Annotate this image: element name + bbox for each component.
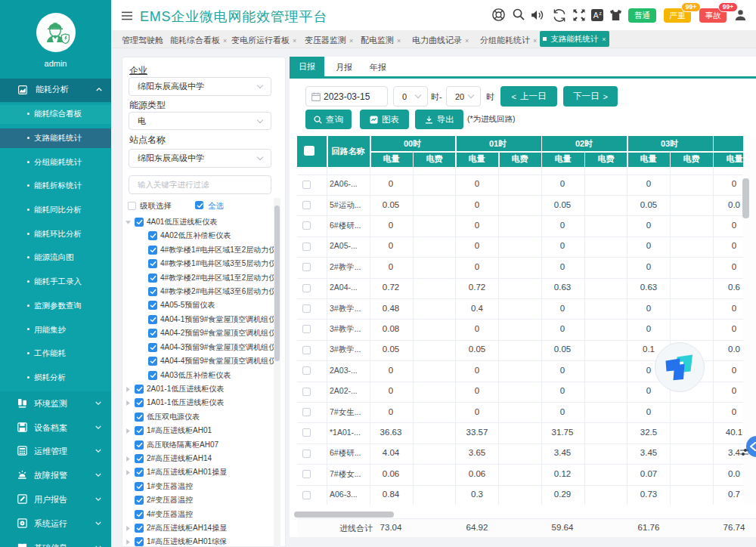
svg-text:A: A xyxy=(593,11,599,20)
svg-text:z: z xyxy=(600,11,602,16)
